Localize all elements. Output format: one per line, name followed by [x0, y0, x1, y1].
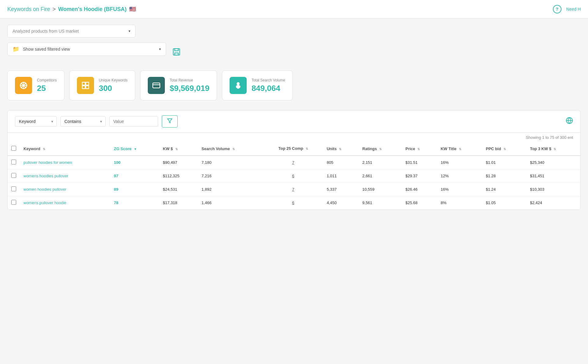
- table-row: women hoodies pullover 89 $24,531 1,892 …: [8, 183, 580, 196]
- unique-keywords-icon: [77, 77, 94, 94]
- th-keyword[interactable]: Keyword ⇅: [20, 142, 110, 156]
- zg-score-value: 97: [114, 174, 118, 178]
- kw-title-cell: 16%: [437, 183, 482, 196]
- contains-filter-select[interactable]: Contains Does not contain Starts with En…: [60, 116, 106, 127]
- kw-dollar-sort-arrows: ⇅: [175, 147, 178, 151]
- stat-competitors: Competitors 25: [7, 70, 64, 100]
- ppc-bid-cell: $1.24: [482, 183, 526, 196]
- top3-kw-cell: $2,424: [526, 196, 580, 210]
- filter-apply-button[interactable]: [162, 115, 178, 128]
- th-kw-title[interactable]: KW Title ⇅: [437, 142, 482, 156]
- th-top25-comp[interactable]: Top 25 Comp ⇅: [263, 142, 323, 156]
- app-name[interactable]: Keywords on Fire: [7, 6, 50, 13]
- help-button[interactable]: ?: [553, 5, 561, 13]
- ppc-bid-sort-arrows: ⇅: [503, 147, 506, 151]
- top25-comp-link[interactable]: 6: [292, 200, 294, 205]
- total-search-volume-icon: [230, 77, 247, 94]
- top25-comp-link[interactable]: 7: [292, 187, 294, 192]
- kw-dollar-cell: $90,497: [159, 156, 198, 169]
- keyword-link[interactable]: pullover hoodies for women: [24, 160, 72, 165]
- total-revenue-value: $9,569,019: [170, 84, 209, 93]
- competitors-value: 25: [37, 84, 57, 93]
- th-zg-score[interactable]: ZG Score ▼: [110, 142, 159, 156]
- filter-value-input[interactable]: [109, 116, 158, 127]
- search-volume-cell: 1,466: [198, 196, 263, 210]
- ratings-cell: 2,151: [359, 156, 402, 169]
- units-cell: 4,450: [323, 196, 359, 210]
- th-ppc-bid[interactable]: PPC bid ⇅: [482, 142, 526, 156]
- top25-comp-cell: 7: [263, 156, 323, 169]
- top25-sort-arrows: ⇅: [306, 147, 308, 150]
- top25-comp-link[interactable]: 6: [292, 174, 294, 178]
- zg-score-value: 100: [114, 160, 121, 165]
- row-checkbox-cell[interactable]: [8, 183, 20, 196]
- row-checkbox-1[interactable]: [11, 173, 16, 178]
- stat-total-search-volume: Total Search Volume 849,064: [222, 70, 293, 100]
- breadcrumb-separator: >: [53, 6, 56, 13]
- top3-kw-cell: $10,303: [526, 183, 580, 196]
- th-search-volume[interactable]: Search Volume ⇅: [198, 142, 263, 156]
- breadcrumb: Keywords on Fire > Women's Hoodie (BFUSA…: [7, 6, 136, 13]
- search-volume-cell: 1,892: [198, 183, 263, 196]
- svg-rect-0: [173, 49, 180, 55]
- row-checkbox-0[interactable]: [11, 160, 16, 164]
- saved-filter-view-selector[interactable]: 📁 Show saved filtered view ▾: [7, 42, 166, 56]
- units-cell: 805: [323, 156, 359, 169]
- keyword-cell: pullover hoodies for women: [20, 156, 110, 169]
- top25-comp-cell: 7: [263, 183, 323, 196]
- keyword-table: Keyword ⇅ ZG Score ▼ KW $ ⇅ Search Volum…: [8, 142, 580, 210]
- keyword-filter-wrapper: Keyword Search Volume KW $ ZG Score: [15, 116, 57, 127]
- th-ratings[interactable]: Ratings ⇅: [359, 142, 402, 156]
- th-top3-kw[interactable]: Top 3 KW $ ⇅: [526, 142, 580, 156]
- zg-score-cell: 89: [110, 183, 159, 196]
- ppc-bid-cell: $1.28: [482, 169, 526, 183]
- total-search-volume-value: 849,064: [252, 84, 285, 93]
- price-cell: $26.46: [402, 183, 437, 196]
- row-checkbox-cell[interactable]: [8, 156, 20, 169]
- total-revenue-label: Total Revenue: [170, 78, 209, 82]
- kw-dollar-cell: $112,325: [159, 169, 198, 183]
- ratings-cell: 10,559: [359, 183, 402, 196]
- row-checkbox-3[interactable]: [11, 200, 16, 205]
- total-search-volume-label: Total Search Volume: [252, 78, 285, 82]
- svg-rect-8: [82, 86, 85, 88]
- competitors-icon: [15, 77, 32, 94]
- market-selector-dropdown[interactable]: Analyzed products from US market ▾: [7, 25, 136, 38]
- header: Keywords on Fire > Women's Hoodie (BFUSA…: [0, 0, 588, 19]
- save-view-button[interactable]: [172, 48, 181, 58]
- th-units[interactable]: Units ⇅: [323, 142, 359, 156]
- row-checkbox-cell[interactable]: [8, 169, 20, 183]
- keyword-filter-select[interactable]: Keyword Search Volume KW $ ZG Score: [15, 116, 57, 127]
- top3-kw-cell: $25,340: [526, 156, 580, 169]
- kw-title-sort-arrows: ⇅: [459, 147, 461, 151]
- top3-kw-cell: $31,451: [526, 169, 580, 183]
- filter-view-chevron: ▾: [159, 47, 161, 51]
- ratings-sort-arrows: ⇅: [379, 147, 382, 151]
- unique-keywords-label: Unique Keywords: [99, 78, 128, 82]
- svg-rect-7: [86, 82, 89, 85]
- price-cell: $29.37: [402, 169, 437, 183]
- keyword-link[interactable]: women hoodies pullover: [24, 187, 66, 192]
- globe-button[interactable]: [566, 117, 573, 126]
- th-price[interactable]: Price ⇅: [402, 142, 437, 156]
- showing-text: Showing 1 to 75 of 300 ent: [8, 133, 580, 142]
- flag-icon: 🇺🇸: [129, 6, 136, 13]
- need-help-label[interactable]: Need H: [566, 7, 581, 12]
- keyword-cell: womens hoodies pullover: [20, 169, 110, 183]
- keyword-link[interactable]: womens hoodies pullover: [24, 174, 68, 178]
- keyword-link[interactable]: womens pullover hoodie: [24, 200, 66, 205]
- stats-row: Competitors 25 Unique Keywords 300: [7, 70, 581, 100]
- row-checkbox-2[interactable]: [11, 186, 16, 191]
- th-kw-dollar[interactable]: KW $ ⇅: [159, 142, 198, 156]
- th-select-all[interactable]: [8, 142, 20, 156]
- top25-comp-cell: 6: [263, 196, 323, 210]
- top25-comp-link[interactable]: 7: [292, 160, 294, 165]
- units-cell: 1,011: [323, 169, 359, 183]
- top25-comp-cell: 6: [263, 169, 323, 183]
- contains-filter-wrapper: Contains Does not contain Starts with En…: [60, 116, 106, 127]
- search-volume-cell: 7,180: [198, 156, 263, 169]
- kw-dollar-cell: $24,531: [159, 183, 198, 196]
- svg-rect-6: [82, 82, 85, 85]
- row-checkbox-cell[interactable]: [8, 196, 20, 210]
- select-all-checkbox[interactable]: [11, 146, 16, 151]
